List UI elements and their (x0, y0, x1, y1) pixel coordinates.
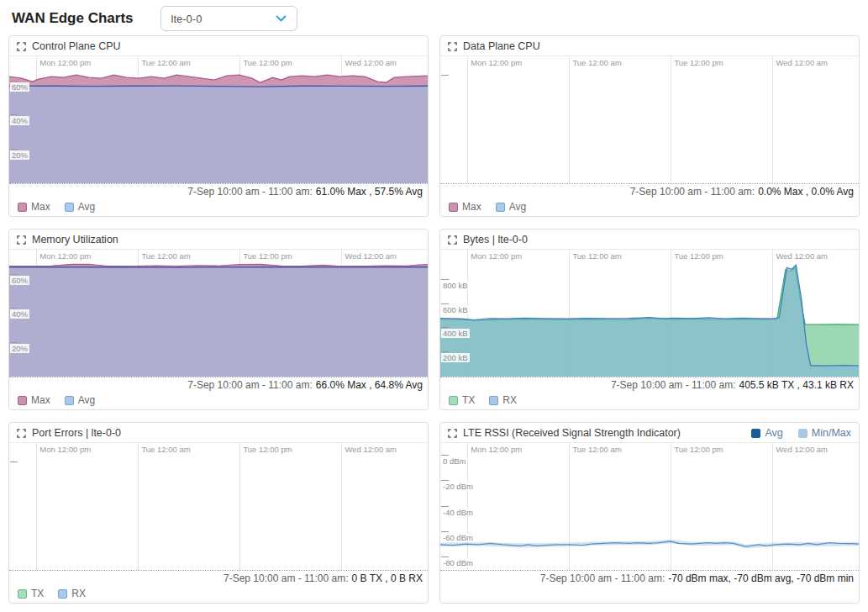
summary-value: -70 dBm max, -70 dBm avg, -70 dBm min (668, 572, 854, 584)
summary-time-range: 7-Sep 10:00 am - 11:00 am: (630, 186, 755, 198)
panel-bytes: Bytes | lte-0-0 Mon 12:00 pmTue 12:00 am… (439, 229, 860, 410)
chart-bytes[interactable]: Mon 12:00 pmTue 12:00 amTue 12:00 pmWed … (440, 250, 859, 377)
legend-item-max[interactable]: Max (18, 394, 50, 406)
page-header: WAN Edge Charts lte-0-0 (0, 0, 868, 35)
legend-label: TX (462, 394, 475, 406)
expand-icon[interactable] (17, 429, 26, 438)
summary-time-range: 7-Sep 10:00 am - 11:00 am: (187, 186, 313, 198)
summary-time-range: 7-Sep 10:00 am - 11:00 am: (611, 379, 736, 391)
summary-time-range: 7-Sep 10:00 am - 11:00 am: (224, 572, 349, 584)
chart-summary: 7-Sep 10:00 am - 11:00 am:-70 dBm max, -… (440, 571, 859, 584)
max-swatch-icon (18, 396, 27, 405)
legend-item-max[interactable]: Max (18, 201, 50, 213)
chart-memory-utilization[interactable]: Mon 12:00 pmTue 12:00 amTue 12:00 pmWed … (9, 250, 428, 377)
legend-label: RX (71, 588, 86, 599)
chevron-down-icon (276, 15, 287, 23)
expand-icon[interactable] (17, 235, 26, 245)
port-selector-value: lte-0-0 (171, 13, 203, 25)
expand-icon[interactable] (448, 235, 457, 245)
panel-data-plane-cpu: Data Plane CPU Mon 12:00 pmTue 12:00 amT… (439, 35, 860, 217)
legend-label: TX (31, 588, 44, 599)
chart-data-plane-cpu[interactable]: Mon 12:00 pmTue 12:00 amTue 12:00 pmWed … (440, 56, 859, 184)
legend-label: Avg (78, 394, 95, 406)
chart-summary: 7-Sep 10:00 am - 11:00 am:0 B TX , 0 B R… (9, 571, 428, 584)
chart-legend: TX RX (9, 584, 428, 604)
legend-label: Max (462, 201, 481, 213)
summary-value: 405.5 kB TX , 43.1 kB RX (739, 379, 854, 391)
avg-swatch-icon (65, 203, 74, 212)
chart-control-plane-cpu[interactable]: Mon 12:00 pmTue 12:00 amTue 12:00 pmWed … (9, 56, 428, 184)
port-selector-dropdown[interactable]: lte-0-0 (160, 6, 297, 31)
panel-header: Data Plane CPU (440, 36, 859, 56)
panel-memory-utilization: Memory Utilization Mon 12:00 pmTue 12:00… (8, 229, 429, 410)
legend-label: Avg (78, 201, 95, 213)
panel-title: Memory Utilization (32, 234, 118, 245)
chart-summary: 7-Sep 10:00 am - 11:00 am:0.0% Max , 0.0… (440, 184, 859, 198)
summary-value: 0 B TX , 0 B RX (352, 572, 423, 584)
legend-label: Max (31, 394, 50, 406)
panel-header: Port Errors | lte-0-0 (9, 423, 428, 443)
summary-time-range: 7-Sep 10:00 am - 11:00 am: (540, 572, 665, 584)
chart-port-errors[interactable]: Mon 12:00 pmTue 12:00 amTue 12:00 pmWed … (9, 443, 428, 571)
legend-label: Avg (765, 427, 782, 439)
panel-control-plane-cpu: Control Plane CPU Mon 12:00 pmTue 12:00 … (8, 35, 429, 217)
chart-legend: Max Avg (440, 198, 859, 217)
legend-item-tx[interactable]: TX (18, 588, 44, 599)
expand-icon[interactable] (17, 42, 26, 51)
legend-label: Avg (509, 201, 526, 213)
rx-swatch-icon (489, 396, 498, 405)
header-legend: Avg Min/Max (751, 427, 851, 439)
max-swatch-icon (449, 203, 458, 212)
chart-summary: 7-Sep 10:00 am - 11:00 am:61.0% Max , 57… (9, 184, 428, 198)
avg-swatch-icon (751, 429, 760, 438)
panel-title: Port Errors | lte-0-0 (32, 427, 121, 439)
panel-header: Bytes | lte-0-0 (440, 230, 859, 250)
chart-lte-rssi[interactable]: Mon 12:00 pmTue 12:00 amTue 12:00 pmWed … (440, 443, 859, 571)
summary-value: 61.0% Max , 57.5% Avg (316, 186, 423, 198)
legend-item-avg[interactable]: Avg (496, 201, 526, 213)
panel-port-errors: Port Errors | lte-0-0 Mon 12:00 pmTue 12… (8, 422, 429, 604)
legend-item-minmax[interactable]: Min/Max (798, 427, 851, 439)
charts-grid: Control Plane CPU Mon 12:00 pmTue 12:00 … (0, 35, 868, 604)
summary-value: 66.0% Max , 64.8% Avg (316, 379, 423, 391)
legend-item-rx[interactable]: RX (489, 394, 517, 406)
avg-swatch-icon (496, 203, 505, 212)
panel-header: Control Plane CPU (9, 36, 428, 56)
panel-title: Data Plane CPU (463, 40, 540, 52)
page-title: WAN Edge Charts (12, 10, 134, 27)
legend-item-rx[interactable]: RX (58, 588, 86, 599)
minmax-swatch-icon (798, 429, 808, 438)
legend-item-tx[interactable]: TX (449, 394, 475, 406)
panel-header: LTE RSSI (Received Signal Strength Indic… (440, 423, 859, 443)
legend-label: Max (31, 201, 50, 213)
chart-legend: TX RX (440, 391, 859, 410)
rx-swatch-icon (58, 589, 67, 599)
legend-label: RX (502, 394, 517, 406)
legend-item-max[interactable]: Max (449, 201, 481, 213)
tx-swatch-icon (449, 396, 458, 405)
avg-swatch-icon (65, 396, 74, 405)
panel-lte-rssi: LTE RSSI (Received Signal Strength Indic… (439, 422, 860, 604)
expand-icon[interactable] (448, 429, 457, 438)
chart-legend: Max Avg (9, 198, 428, 217)
legend-item-avg[interactable]: Avg (65, 394, 95, 406)
panel-title: LTE RSSI (Received Signal Strength Indic… (463, 427, 681, 439)
chart-summary: 7-Sep 10:00 am - 11:00 am:405.5 kB TX , … (440, 377, 859, 391)
panel-header: Memory Utilization (9, 230, 428, 250)
chart-summary: 7-Sep 10:00 am - 11:00 am:66.0% Max , 64… (9, 377, 428, 391)
expand-icon[interactable] (448, 42, 457, 51)
tx-swatch-icon (18, 589, 27, 599)
max-swatch-icon (18, 203, 27, 212)
panel-title: Bytes | lte-0-0 (463, 234, 528, 245)
legend-item-avg[interactable]: Avg (751, 427, 782, 439)
chart-legend: Max Avg (9, 391, 428, 410)
legend-label: Min/Max (812, 427, 851, 439)
legend-item-avg[interactable]: Avg (65, 201, 95, 213)
summary-time-range: 7-Sep 10:00 am - 11:00 am: (187, 379, 313, 391)
panel-title: Control Plane CPU (32, 40, 121, 52)
summary-value: 0.0% Max , 0.0% Avg (758, 186, 854, 198)
